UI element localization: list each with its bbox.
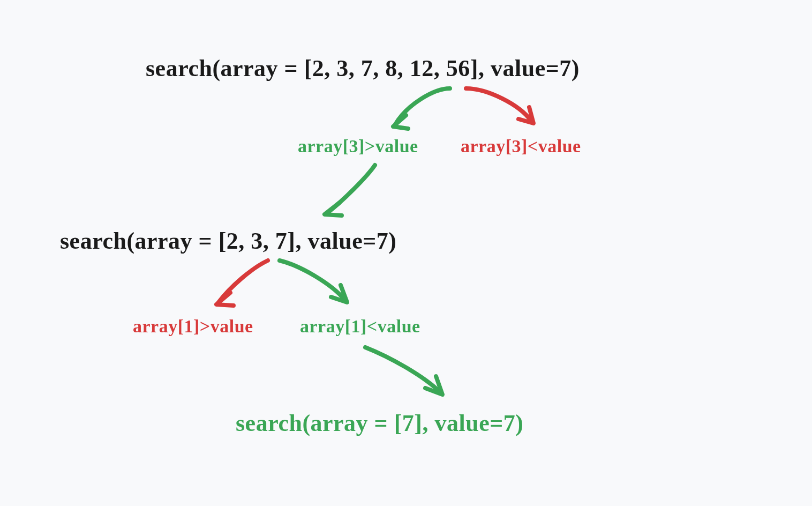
arrow-cond2-to-call3-icon	[359, 343, 455, 402]
condition-2-left: array[1]>value	[133, 316, 253, 337]
call-level-3: search(array = [7], value=7)	[236, 410, 523, 437]
arrow-cond1-to-call2-icon	[316, 161, 386, 220]
arrow-2-right-icon	[273, 257, 359, 311]
condition-2-right: array[1]<value	[300, 316, 420, 337]
arrow-2-left-icon	[209, 257, 284, 311]
diagram-stage: search(array = [2, 3, 7, 8, 12, 56], val…	[0, 0, 812, 506]
arrow-1-left-icon	[386, 86, 471, 134]
call-level-1: search(array = [2, 3, 7, 8, 12, 56], val…	[146, 55, 580, 82]
call-level-2: search(array = [2, 3, 7], value=7)	[60, 227, 396, 255]
condition-1-right: array[3]<value	[461, 136, 581, 157]
arrow-1-right-icon	[461, 86, 546, 134]
condition-1-left: array[3]>value	[298, 136, 418, 157]
